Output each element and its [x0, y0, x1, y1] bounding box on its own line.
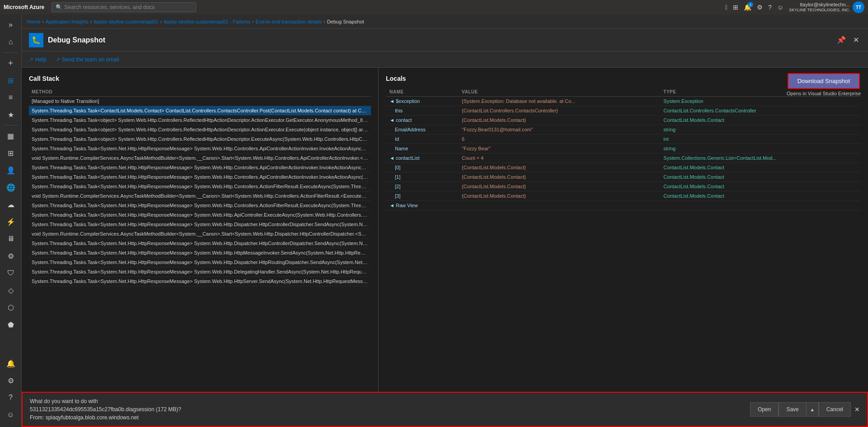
locals-row[interactable]: [2]{ContactList.Models.Contact}ContactLi…	[386, 182, 861, 191]
cloud-shell-icon[interactable]: 	[725, 4, 727, 11]
user-info[interactable]: ttaylor@skylinetechn... SKYLINE TECHNOLO…	[789, 1, 864, 13]
call-stack-row[interactable]: void System.Runtime.CompilerServices.Asy…	[29, 153, 371, 163]
locals-row-type: System.Collections.Generic.List<ContactL…	[660, 153, 861, 163]
search-box[interactable]: 🔍 Search resources, services, and docs	[52, 2, 196, 12]
sidebar-help-icon[interactable]: ?	[0, 389, 22, 406]
help-icon[interactable]: ?	[768, 4, 772, 11]
sidebar-diamond-icon[interactable]: ⬡	[0, 299, 22, 316]
sidebar-grid-icon[interactable]: ⊞	[0, 144, 22, 162]
locals-row-value: "Fozzy Bear"	[458, 144, 660, 153]
sidebar-people-icon[interactable]: 👤	[0, 162, 22, 179]
locals-row-value: {ContactList.Models.Contact}	[458, 182, 660, 191]
locals-row-name: ◄ $exception	[386, 97, 458, 106]
save-button[interactable]: Save	[779, 402, 806, 417]
call-stack-row[interactable]: void System.Runtime.CompilerServices.Asy…	[29, 229, 371, 239]
locals-row[interactable]: this{ContactList.Controllers.ContactsCon…	[386, 106, 861, 116]
call-stack-row[interactable]: System.Threading.Tasks.Task<System.Net.H…	[29, 210, 371, 220]
sidebar-expand-icon[interactable]: »	[0, 16, 22, 33]
sidebar-plug-icon[interactable]: ⬟	[0, 316, 22, 333]
open-button[interactable]: Open	[750, 402, 779, 417]
help-link[interactable]: ↗ Help	[29, 56, 47, 63]
locals-row[interactable]: ◄ contact{ContactList.Models.Contact}Con…	[386, 116, 861, 125]
locals-row[interactable]: ◄ Raw View	[386, 201, 861, 210]
locals-row[interactable]: ◄ $exception{System.Exception: Database …	[386, 97, 861, 106]
locals-row-type: ContactList.Models.Contact	[660, 191, 861, 201]
call-stack-row[interactable]: System.Threading.Tasks.Task<object> Syst…	[29, 125, 371, 135]
sidebar-home-icon[interactable]: ⌂	[0, 33, 22, 51]
sidebar-gear-icon[interactable]: ⚙	[0, 247, 22, 265]
settings-icon[interactable]: ⚙	[757, 4, 763, 11]
call-stack-row[interactable]: System.Threading.Tasks.Task<System.Net.H…	[29, 258, 371, 267]
avatar[interactable]: TT	[853, 1, 864, 13]
portal-icon[interactable]: ⊞	[733, 4, 738, 11]
breadcrumb-app-insights[interactable]: Application Insights	[46, 19, 89, 24]
call-stack-row[interactable]: System.Threading.Tasks.Task<System.Net.H…	[29, 163, 371, 172]
sidebar-create-icon[interactable]: +	[0, 55, 22, 72]
feedback-icon[interactable]: ☺	[777, 4, 784, 11]
sidebar-divider-2	[4, 125, 18, 125]
locals-row[interactable]: ◄ contactListCount = 4System.Collections…	[386, 153, 861, 163]
sidebar-shield-icon[interactable]: 🛡	[0, 265, 22, 282]
cancel-button[interactable]: Cancel	[819, 402, 851, 417]
call-stack-row[interactable]: System.Threading.Tasks.Task<System.Net.H…	[29, 220, 371, 229]
locals-row[interactable]: [3]{ContactList.Models.Contact}ContactLi…	[386, 191, 861, 201]
locals-row-value: {ContactList.Models.Contact}	[458, 172, 660, 182]
call-stack-row[interactable]: System.Threading.Tasks.Task<System.Net.H…	[29, 172, 371, 182]
sidebar-monitor-icon[interactable]: 🖥	[0, 230, 22, 247]
sidebar-globe-icon[interactable]: 🌐	[0, 179, 22, 196]
help-label: Help	[35, 56, 47, 63]
locals-row[interactable]: [0]{ContactList.Models.Contact}ContactLi…	[386, 163, 861, 172]
save-caret[interactable]: ▲	[807, 402, 819, 417]
breadcrumb-home[interactable]: Home	[27, 19, 40, 24]
locals-row-name: EmailAddress	[386, 125, 458, 135]
close-bar-button[interactable]: ✕	[854, 406, 860, 413]
call-stack-row[interactable]: System.Threading.Tasks.Task<System.Net.H…	[29, 277, 371, 286]
pin-button[interactable]: 📌	[835, 34, 848, 46]
locals-row[interactable]: EmailAddress"Fozzy.Bear0131@hotmail.com"…	[386, 125, 861, 135]
sidebar-code-icon[interactable]: ◇	[0, 282, 22, 299]
sidebar-lightning-icon[interactable]: ⚡	[0, 213, 22, 230]
call-stack-row[interactable]: System.Threading.Tasks.Task<System.Net.H…	[29, 144, 371, 153]
call-stack-row[interactable]: System.Threading.Tasks.Task<object> Syst…	[29, 116, 371, 125]
call-stack-row[interactable]: System.Threading.Tasks.Task<System.Net.H…	[29, 248, 371, 258]
sidebar-services-icon[interactable]: ▦	[0, 127, 22, 144]
call-stack-row[interactable]: void System.Runtime.CompilerServices.Asy…	[29, 191, 371, 201]
sidebar-settings-icon[interactable]: ⚙	[0, 372, 22, 389]
call-stack-row[interactable]: System.Threading.Tasks.Task<System.Net.H…	[29, 201, 371, 210]
download-snapshot-button[interactable]: Download Snapshot	[788, 73, 860, 89]
locals-row-value: "Fozzy.Bear0131@hotmail.com"	[458, 125, 660, 135]
call-stack-row[interactable]: System.Threading.Tasks.Task<System.Net.H…	[29, 182, 371, 191]
sidebar-star-icon[interactable]: ★	[0, 106, 22, 123]
locals-row-type: string	[660, 125, 861, 135]
call-stack-row[interactable]: System.Threading.Tasks.Task<object> Syst…	[29, 135, 371, 144]
sidebar-feedback-icon[interactable]: ☺	[0, 406, 22, 423]
close-button[interactable]: ✕	[851, 34, 861, 46]
locals-row[interactable]: Id6int	[386, 135, 861, 144]
locals-table: NAME VALUE TYPE ◄ $exception{System.Exce…	[386, 88, 861, 210]
email-link[interactable]: ↗ Send the team an email	[56, 56, 119, 63]
call-stack-title: Call Stack	[29, 75, 371, 82]
call-stack-row[interactable]: System.Threading.Tasks.Task<System.Net.H…	[29, 267, 371, 277]
breadcrumb-transaction[interactable]: End-to-end transaction details	[256, 19, 322, 24]
locals-body: ◄ $exception{System.Exception: Database …	[386, 97, 861, 210]
breadcrumb-failures[interactable]: ttaylor-skyline-customerapi01 - Failures	[164, 19, 250, 24]
sidebar-cloud-icon[interactable]: ☁	[0, 196, 22, 213]
call-stack-row[interactable]: System.Threading.Tasks.Task<System.Net.H…	[29, 239, 371, 248]
call-stack-row[interactable]: System.Threading.Tasks.Task<ContactList.…	[29, 106, 371, 116]
bottom-download-bar: What do you want to do with 531132133542…	[22, 392, 868, 427]
locals-row-name: Id	[386, 135, 458, 144]
locals-row-value	[458, 201, 660, 210]
locals-row[interactable]: [1]{ContactList.Models.Contact}ContactLi…	[386, 172, 861, 182]
sidebar-dashboard-icon[interactable]: ⊞	[0, 72, 22, 89]
call-stack-row[interactable]: [Managed to Native Transition]	[29, 97, 371, 106]
bottom-source: From: spiaqyfubtoalga.blob.core.windows.…	[30, 413, 181, 422]
azure-logo: Microsoft Azure	[4, 4, 44, 10]
breadcrumb-resource[interactable]: ttaylor-skyline-customerapi01	[94, 19, 158, 24]
sidebar-alert-icon[interactable]: 🔔	[0, 355, 22, 372]
call-stack-rows: [Managed to Native Transition]System.Thr…	[29, 97, 371, 286]
locals-row[interactable]: Name"Fozzy Bear"string	[386, 144, 861, 153]
sidebar-list-icon[interactable]: ≡	[0, 89, 22, 106]
locals-row-value: Count = 4	[458, 153, 660, 163]
notification-icon[interactable]: 🔔 1	[744, 4, 751, 11]
locals-panel: Locals NAME VALUE TYPE ◄ $exception{Syst…	[379, 68, 868, 427]
